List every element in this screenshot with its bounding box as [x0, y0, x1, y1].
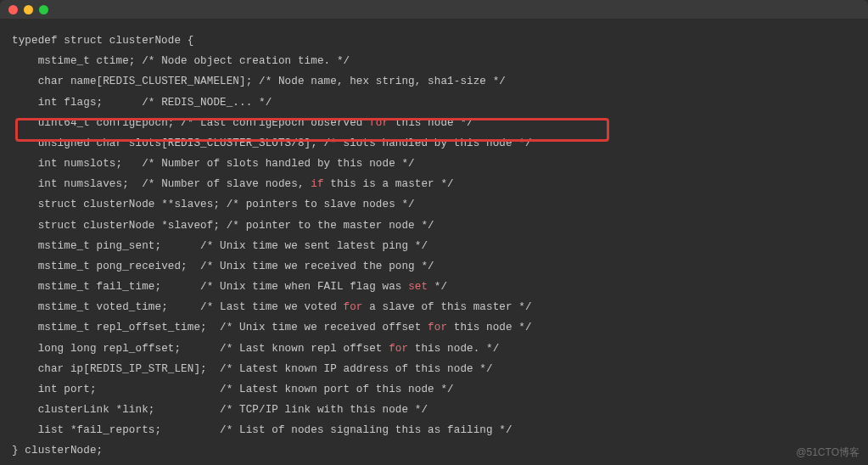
- code-line: uint64_t configEpoch; /* Last configEpoc…: [12, 113, 868, 133]
- code-line: mstime_t ctime; /* Node object creation …: [12, 51, 868, 71]
- code-line: char ip[REDIS_IP_STR_LEN]; /* Latest kno…: [12, 359, 868, 379]
- code-line: mstime_t fail_time; /* Unix time when FA…: [12, 277, 868, 297]
- keyword: if: [311, 178, 323, 190]
- code-line: long long repl_offset; /* Last known rep…: [12, 339, 868, 359]
- code-line: typedef struct clusterNode {: [12, 31, 868, 51]
- watermark: @51CTO博客: [796, 445, 860, 460]
- code-line: int numslaves; /* Number of slave nodes,…: [12, 174, 868, 194]
- keyword: for: [344, 301, 363, 313]
- code-line: int numslots; /* Number of slots handled…: [12, 154, 868, 174]
- keyword: for: [369, 117, 389, 129]
- keyword: for: [428, 322, 447, 333]
- zoom-icon[interactable]: [39, 5, 48, 14]
- minimize-icon[interactable]: [24, 5, 33, 14]
- code-line: mstime_t pong_received; /* Unix time we …: [12, 256, 868, 277]
- keyword: for: [389, 343, 408, 355]
- code-line: clusterLink *link; /* TCP/IP link with t…: [12, 400, 868, 420]
- code-line: mstime_t ping_sent; /* Unix time we sent…: [12, 236, 868, 256]
- code-line: char name[REDIS_CLUSTER_NAMELEN]; /* Nod…: [12, 71, 868, 92]
- title-bar: [0, 0, 868, 19]
- keyword: set: [408, 281, 428, 293]
- code-line: int port; /* Latest known port of this n…: [12, 379, 868, 400]
- code-line: } clusterNode;: [12, 440, 868, 461]
- code-line: mstime_t repl_offset_time; /* Unix time …: [12, 317, 868, 338]
- code-line: unsigned char slots[REDIS_CLUSTER_SLOTS/…: [12, 133, 868, 154]
- code-block: typedef struct clusterNode { mstime_t ct…: [0, 19, 868, 465]
- code-line: int flags; /* REDIS_NODE_... */: [12, 92, 868, 113]
- code-line: struct clusterNode **slaves; /* pointers…: [12, 194, 868, 215]
- code-line: struct clusterNode *slaveof; /* pointer …: [12, 216, 868, 236]
- code-line: list *fail_reports; /* List of nodes sig…: [12, 420, 868, 440]
- code-line: mstime_t voted_time; /* Last time we vot…: [12, 297, 868, 317]
- close-icon[interactable]: [8, 5, 18, 14]
